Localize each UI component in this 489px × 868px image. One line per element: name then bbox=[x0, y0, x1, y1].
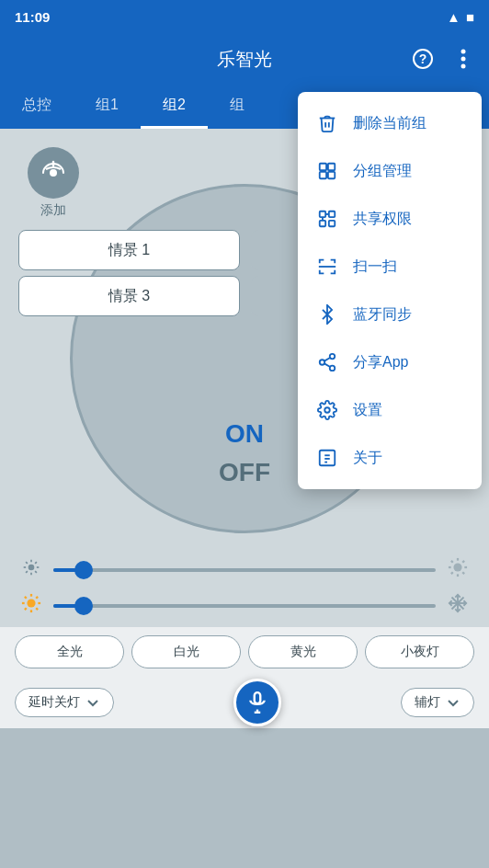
snowflake-icon bbox=[445, 593, 471, 618]
svg-text:?: ? bbox=[419, 51, 427, 66]
svg-point-57 bbox=[324, 407, 330, 413]
quick-btn-baiguang[interactable]: 白光 bbox=[131, 635, 241, 668]
scene-btn-1[interactable]: 情景 1 bbox=[18, 230, 240, 270]
quick-btn-huanguang[interactable]: 黄光 bbox=[248, 635, 358, 668]
brightness-slider[interactable] bbox=[53, 568, 436, 572]
menu-item-delete-group[interactable]: 删除当前组 bbox=[298, 99, 482, 147]
svg-point-54 bbox=[330, 366, 335, 371]
tab-group3[interactable]: 组 bbox=[208, 85, 267, 129]
bottom-bar: 延时关灯 辅灯 bbox=[0, 677, 489, 728]
quick-btn-xiaoyedeng[interactable]: 小夜灯 bbox=[365, 635, 474, 668]
svg-point-5 bbox=[50, 169, 57, 177]
svg-line-15 bbox=[35, 562, 37, 564]
svg-line-12 bbox=[26, 562, 28, 564]
svg-rect-42 bbox=[328, 164, 335, 170]
menu-item-scan[interactable]: 扫一扫 bbox=[298, 243, 482, 291]
svg-line-21 bbox=[451, 561, 453, 563]
svg-line-14 bbox=[26, 571, 28, 573]
colortemp-warm-icon bbox=[18, 593, 44, 618]
svg-point-25 bbox=[27, 599, 35, 607]
add-label: 添加 bbox=[40, 202, 66, 219]
colortemp-slider[interactable] bbox=[53, 604, 436, 608]
svg-rect-48 bbox=[329, 221, 335, 226]
menu-item-group-manage[interactable]: 分组管理 bbox=[298, 147, 482, 195]
brightness-low-icon bbox=[18, 558, 44, 581]
svg-rect-38 bbox=[255, 692, 261, 703]
svg-line-32 bbox=[25, 608, 27, 610]
mic-button[interactable] bbox=[233, 679, 281, 726]
svg-rect-47 bbox=[320, 221, 325, 226]
chevron-down-icon bbox=[85, 695, 100, 710]
svg-line-55 bbox=[324, 363, 330, 367]
chevron-down-icon-right bbox=[446, 695, 461, 710]
sliders-area bbox=[0, 542, 489, 627]
colortemp-thumb[interactable] bbox=[74, 597, 93, 615]
app-bar: 乐智光 ? bbox=[0, 33, 489, 85]
menu-item-bluetooth[interactable]: 蓝牙同步 bbox=[298, 291, 482, 338]
add-icon-circle bbox=[28, 147, 79, 199]
tab-zonekong[interactable]: 总控 bbox=[0, 85, 74, 129]
about-icon bbox=[316, 447, 338, 469]
scene-btn-3[interactable]: 情景 3 bbox=[18, 276, 240, 316]
svg-rect-41 bbox=[320, 164, 326, 170]
svg-line-56 bbox=[324, 358, 330, 361]
menu-item-about[interactable]: 关于 bbox=[298, 434, 482, 482]
menu-item-share-permission[interactable]: 共享权限 bbox=[298, 195, 482, 243]
svg-line-23 bbox=[451, 572, 453, 574]
status-icons: ▲ ■ bbox=[447, 9, 474, 25]
svg-point-7 bbox=[28, 565, 35, 571]
menu-item-share-app[interactable]: 分享App bbox=[298, 338, 482, 386]
more-button[interactable] bbox=[445, 40, 482, 77]
microphone-icon bbox=[245, 691, 269, 714]
app-bar-actions: ? bbox=[404, 33, 489, 85]
svg-rect-43 bbox=[320, 172, 326, 178]
app-title: 乐智光 bbox=[217, 47, 272, 72]
aux-light-button[interactable]: 辅灯 bbox=[401, 688, 474, 717]
brightness-high-icon bbox=[445, 557, 471, 582]
quick-btn-quanguang[interactable]: 全光 bbox=[15, 635, 124, 668]
status-bar: 11:09 ▲ ■ bbox=[0, 0, 489, 33]
delay-off-button[interactable]: 延时关灯 bbox=[15, 688, 114, 717]
svg-line-24 bbox=[462, 561, 464, 563]
svg-point-2 bbox=[461, 50, 466, 54]
svg-rect-46 bbox=[329, 211, 335, 217]
share-permission-icon bbox=[316, 208, 338, 230]
brightness-thumb[interactable] bbox=[74, 561, 93, 579]
group-icon bbox=[316, 160, 338, 182]
svg-point-4 bbox=[461, 64, 466, 69]
svg-line-22 bbox=[462, 572, 464, 574]
share-app-icon bbox=[316, 351, 338, 373]
svg-point-16 bbox=[453, 563, 461, 571]
menu-item-settings[interactable]: 设置 bbox=[298, 386, 482, 434]
dropdown-menu: 删除当前组 分组管理 共享权限 bbox=[298, 92, 482, 489]
status-time: 11:09 bbox=[15, 9, 50, 25]
svg-line-30 bbox=[25, 597, 27, 599]
wifi-icon: ▲ bbox=[447, 9, 461, 25]
svg-point-53 bbox=[320, 360, 325, 365]
svg-line-13 bbox=[35, 571, 37, 573]
tab-group1[interactable]: 组1 bbox=[74, 85, 141, 129]
tab-group2[interactable]: 组2 bbox=[141, 85, 208, 129]
bluetooth-icon bbox=[316, 303, 338, 326]
help-button[interactable]: ? bbox=[404, 40, 441, 77]
colortemp-slider-row bbox=[18, 593, 471, 618]
brightness-slider-row bbox=[18, 557, 471, 582]
on-off-area: ON OFF bbox=[219, 419, 270, 487]
add-device-area[interactable]: 添加 bbox=[28, 147, 79, 219]
svg-point-3 bbox=[461, 57, 466, 62]
scan-icon bbox=[316, 256, 338, 278]
svg-rect-44 bbox=[328, 172, 335, 178]
svg-rect-45 bbox=[320, 211, 325, 217]
battery-icon: ■ bbox=[466, 9, 474, 25]
on-button[interactable]: ON bbox=[225, 419, 264, 449]
quick-buttons-row: 全光 白光 黄光 小夜灯 bbox=[0, 627, 489, 677]
settings-icon bbox=[316, 399, 338, 421]
trash-icon bbox=[316, 112, 338, 134]
svg-point-52 bbox=[330, 354, 335, 360]
svg-line-33 bbox=[36, 597, 38, 599]
svg-line-31 bbox=[36, 608, 38, 610]
off-button[interactable]: OFF bbox=[219, 458, 270, 487]
